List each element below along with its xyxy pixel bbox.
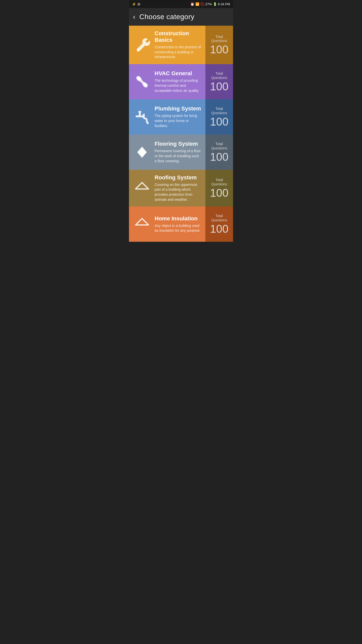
stats-label-construction-basics: TotalQuestions (211, 35, 227, 43)
svg-point-0 (137, 49, 139, 51)
wifi-icon: 📶 (195, 2, 199, 6)
category-item-hvac-general[interactable]: HVAC General The technology of providing… (129, 64, 233, 99)
back-button[interactable]: ‹ (133, 13, 135, 20)
category-desc-roofing-system: Covering on the uppermost part of a buil… (155, 182, 201, 202)
category-icon-faucet (133, 109, 151, 125)
category-stats-construction-basics: TotalQuestions 100 (205, 26, 233, 64)
category-desc-hvac-general: The technology of providing thermal comf… (155, 78, 201, 93)
svg-marker-12 (135, 219, 148, 225)
page-title: Choose category (139, 13, 194, 21)
alarm-icon: ⏰ (190, 2, 194, 6)
svg-marker-10 (138, 148, 147, 157)
stats-number-roofing-system: 100 (210, 187, 228, 198)
category-list: Construction Basics Construction is the … (129, 26, 233, 242)
blocked-icon: 🚫 (200, 2, 204, 6)
stats-number-home-insulation: 100 (210, 223, 228, 234)
stats-label-flooring-system: TotalQuestions (211, 142, 227, 150)
category-main-hvac-general: HVAC General The technology of providing… (129, 64, 205, 99)
category-desc-construction-basics: Construction is the process of construct… (155, 45, 201, 60)
stats-number-hvac-general: 100 (210, 81, 228, 92)
category-main-roofing-system: Roofing System Covering on the uppermost… (129, 170, 205, 207)
category-title-home-insulation: Home Insulation (155, 215, 201, 222)
category-desc-flooring-system: Permanent covering of a floor or the wor… (155, 149, 201, 164)
svg-point-7 (138, 111, 142, 113)
category-title-flooring-system: Flooring System (155, 141, 201, 147)
category-main-home-insulation: Home Insulation Any object in a building… (129, 207, 205, 242)
battery-icon: 🔋 (213, 2, 217, 6)
category-icon-diamond (133, 144, 151, 160)
status-right-icons: ⏰ 📶 🚫 27% 🔋 6:34 PM (190, 2, 230, 6)
category-icon-roof (133, 180, 151, 196)
category-title-plumbing-system: Plumbing System (155, 105, 201, 112)
category-main-flooring-system: Flooring System Permanent covering of a … (129, 135, 205, 170)
rx-icon: ⊞ (138, 2, 140, 6)
stats-number-construction-basics: 100 (210, 44, 228, 55)
usb-icon: ⚡ (132, 2, 136, 6)
stats-label-hvac-general: TotalQuestions (211, 71, 227, 80)
stats-label-plumbing-system: TotalQuestions (211, 107, 227, 115)
category-title-roofing-system: Roofing System (155, 174, 201, 181)
stats-number-flooring-system: 100 (210, 151, 228, 163)
category-stats-plumbing-system: TotalQuestions 100 (205, 99, 233, 135)
category-item-construction-basics[interactable]: Construction Basics Construction is the … (129, 26, 233, 64)
battery-text: 27% (205, 2, 212, 6)
category-item-home-insulation[interactable]: Home Insulation Any object in a building… (129, 207, 233, 242)
category-icon-roof (133, 216, 151, 232)
category-item-roofing-system[interactable]: Roofing System Covering on the uppermost… (129, 170, 233, 207)
category-stats-home-insulation: TotalQuestions 100 (205, 207, 233, 242)
stats-number-plumbing-system: 100 (210, 116, 228, 127)
category-item-plumbing-system[interactable]: Plumbing System The piping system for br… (129, 99, 233, 135)
category-main-plumbing-system: Plumbing System The piping system for br… (129, 99, 205, 135)
category-icon-fan (133, 74, 151, 90)
stats-label-home-insulation: TotalQuestions (211, 214, 227, 222)
category-item-flooring-system[interactable]: Flooring System Permanent covering of a … (129, 135, 233, 170)
category-title-construction-basics: Construction Basics (155, 30, 201, 43)
stats-label-roofing-system: TotalQuestions (211, 178, 227, 186)
status-bar: ⚡ ⊞ ⏰ 📶 🚫 27% 🔋 6:34 PM (129, 0, 233, 8)
category-title-hvac-general: HVAC General (155, 70, 201, 77)
svg-marker-11 (135, 183, 148, 189)
category-stats-hvac-general: TotalQuestions 100 (205, 64, 233, 99)
time-display: 6:34 PM (218, 2, 230, 6)
category-stats-roofing-system: TotalQuestions 100 (205, 170, 233, 207)
category-main-construction-basics: Construction Basics Construction is the … (129, 26, 205, 64)
category-desc-plumbing-system: The piping system for bring water to you… (155, 113, 201, 128)
category-stats-flooring-system: TotalQuestions 100 (205, 135, 233, 170)
category-icon-wrench (133, 37, 151, 53)
category-desc-home-insulation: Any object in a building used as insulat… (155, 223, 201, 233)
svg-point-1 (141, 80, 143, 83)
status-left-icons: ⚡ ⊞ (132, 2, 140, 6)
top-bar: ‹ Choose category (129, 8, 233, 26)
